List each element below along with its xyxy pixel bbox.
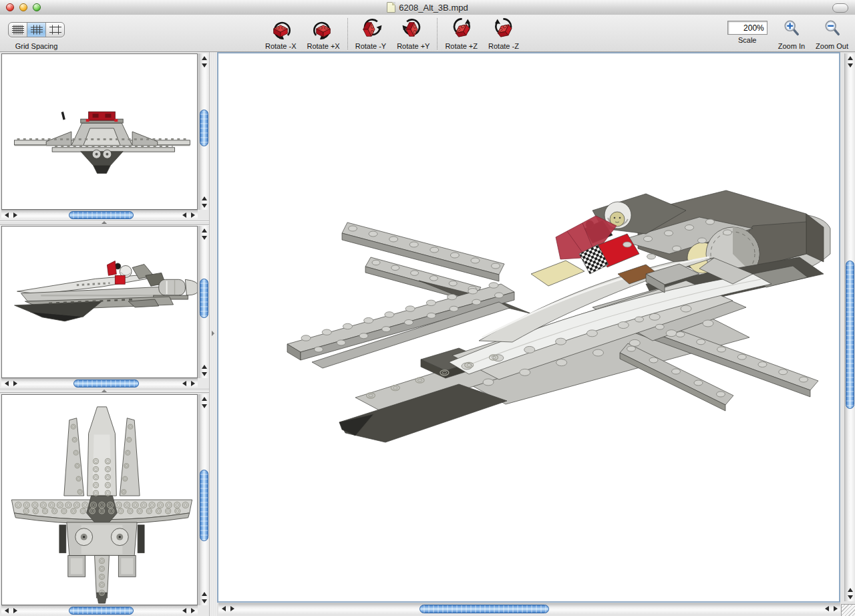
scroll-up-button[interactable] — [199, 226, 209, 234]
rotate-plus-z-button[interactable]: Rotate +Z — [445, 18, 478, 50]
rotate-brick-icon — [402, 18, 425, 41]
scroll-up-button[interactable] — [845, 586, 855, 593]
titlebar: 6208_Alt_3B.mpd — [0, 0, 855, 15]
grid-spacing-label: Grid Spacing — [15, 42, 58, 50]
scrollbar-thumb[interactable] — [200, 470, 208, 541]
top-view-canvas[interactable] — [1, 394, 198, 605]
horizontal-scrollbar[interactable] — [1, 378, 198, 388]
toolbar-separator — [437, 18, 438, 49]
scroll-down-button[interactable] — [199, 402, 209, 410]
scroll-down-button[interactable] — [845, 61, 855, 69]
viewport-panel-front — [0, 52, 209, 220]
scroll-right-button[interactable] — [11, 606, 19, 615]
window-controls — [6, 3, 41, 11]
fine-grid-icon — [12, 25, 24, 35]
scroll-left-button[interactable] — [180, 606, 188, 615]
scroll-up-button[interactable] — [199, 363, 209, 370]
scroll-right-button[interactable] — [188, 210, 197, 220]
scrollbar-thumb[interactable] — [69, 607, 134, 615]
scroll-left-button[interactable] — [219, 604, 228, 613]
scroll-right-button[interactable] — [188, 379, 197, 388]
scroll-up-button[interactable] — [199, 54, 209, 61]
rotate-minus-z-button[interactable]: Rotate -Z — [488, 18, 519, 50]
scroll-down-button[interactable] — [845, 593, 855, 601]
scroll-right-button[interactable] — [11, 379, 19, 388]
rotate-brick-icon — [359, 18, 382, 41]
scroll-left-button[interactable] — [180, 379, 188, 388]
horizontal-scrollbar[interactable] — [1, 605, 198, 615]
horizontal-scrollbar[interactable] — [1, 210, 198, 220]
minimize-button[interactable] — [19, 3, 27, 11]
rotate-minus-x-button[interactable]: Rotate -X — [265, 18, 296, 50]
rotate-minus-y-button[interactable]: Rotate -Y — [355, 18, 386, 50]
scroll-right-button[interactable] — [188, 606, 197, 615]
scrollbar-thumb[interactable] — [69, 211, 134, 219]
main-vertical-scrollbar[interactable] — [844, 53, 855, 601]
close-button[interactable] — [6, 3, 14, 11]
rotate-brick-icon — [450, 18, 473, 41]
splitter-grip-icon — [102, 221, 107, 224]
scroll-right-button[interactable] — [11, 210, 19, 220]
grid-medium-segment[interactable] — [27, 23, 46, 37]
rotate-plus-x-button[interactable]: Rotate +X — [307, 18, 339, 50]
side-view-canvas[interactable] — [1, 226, 198, 378]
content-area — [0, 52, 855, 616]
viewport-panel-top — [0, 393, 209, 616]
app-window: 6208_Alt_3B.mpd Grid Spacing — [0, 0, 855, 616]
toolbar: Grid Spacing Rotate -X — [0, 15, 855, 52]
scrollbar-thumb[interactable] — [73, 379, 139, 388]
scroll-down-button[interactable] — [199, 61, 209, 69]
scroll-right-button[interactable] — [831, 604, 840, 613]
vertical-scrollbar[interactable] — [198, 53, 209, 210]
main-viewport — [217, 52, 855, 616]
grid-fine-segment[interactable] — [9, 23, 27, 37]
vertical-scrollbar[interactable] — [198, 226, 209, 378]
scrollbar-thumb[interactable] — [846, 261, 854, 409]
grid-spacing-control: Grid Spacing — [8, 18, 65, 50]
coarse-grid-icon — [49, 25, 61, 35]
rotate-brick-icon — [312, 18, 335, 41]
grid-coarse-segment[interactable] — [46, 23, 64, 37]
scrollbar-thumb[interactable] — [200, 279, 208, 318]
toolbar-separator — [347, 18, 348, 49]
scroll-left-button[interactable] — [180, 210, 188, 220]
window-title: 6208_Alt_3B.mpd — [399, 3, 468, 13]
scroll-left-button[interactable] — [822, 604, 831, 613]
front-view-canvas[interactable] — [1, 53, 198, 210]
splitter-grip-icon — [212, 331, 214, 336]
document-proxy-icon[interactable] — [387, 2, 395, 13]
scroll-down-button[interactable] — [199, 234, 209, 241]
zoom-window-button[interactable] — [33, 3, 41, 11]
scroll-down-button[interactable] — [199, 597, 209, 605]
scroll-down-button[interactable] — [199, 202, 209, 209]
viewport-panel-side — [0, 224, 209, 389]
zoom-out-button[interactable]: Zoom Out — [816, 18, 848, 50]
rotate-plus-y-button[interactable]: Rotate +Y — [397, 18, 430, 50]
scroll-up-button[interactable] — [199, 590, 209, 597]
model-3d-view[interactable] — [217, 52, 840, 603]
scale-input[interactable] — [727, 21, 767, 35]
scale-control: Scale — [727, 18, 767, 44]
panel-splitter-vertical[interactable] — [209, 52, 217, 616]
main-horizontal-scrollbar[interactable] — [218, 603, 840, 614]
rotate-brick-icon — [269, 18, 292, 41]
rotate-brick-icon — [492, 18, 515, 41]
scroll-up-button[interactable] — [199, 194, 209, 202]
scroll-left-button[interactable] — [2, 379, 11, 388]
zoom-in-icon — [783, 19, 800, 39]
scroll-left-button[interactable] — [2, 606, 11, 615]
vertical-scrollbar[interactable] — [198, 394, 209, 605]
scrollbar-thumb[interactable] — [419, 605, 549, 613]
scroll-up-button[interactable] — [199, 395, 209, 402]
scroll-up-button[interactable] — [845, 54, 855, 61]
scroll-left-button[interactable] — [2, 210, 11, 220]
medium-grid-icon — [31, 25, 43, 35]
scroll-right-button[interactable] — [228, 604, 236, 613]
scale-label: Scale — [738, 36, 757, 44]
scroll-down-button[interactable] — [199, 370, 209, 377]
zoom-in-button[interactable]: Zoom In — [778, 18, 805, 50]
zoom-out-icon — [824, 19, 841, 39]
scrollbar-thumb[interactable] — [200, 110, 208, 146]
window-resize-grip[interactable] — [841, 604, 855, 616]
toolbar-toggle-button[interactable] — [832, 3, 848, 13]
